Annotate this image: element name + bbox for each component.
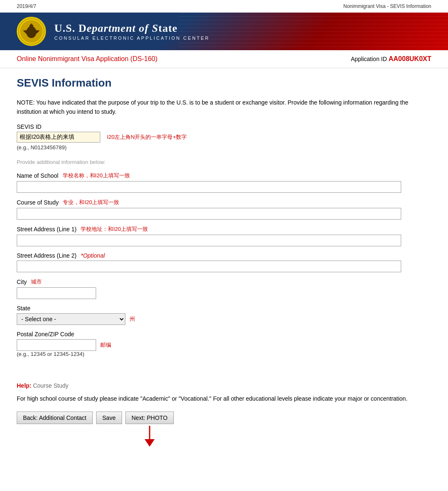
- street2-field: Street Address (Line 2) *Optional: [17, 252, 431, 272]
- page-title: SEVIS Information: [17, 77, 431, 90]
- street2-input[interactable]: [17, 261, 401, 272]
- sub-name: CONSULAR ELECTRONIC APPLICATION CENTER: [54, 36, 210, 41]
- next-button-arrow: [141, 426, 158, 448]
- eagle-logo: [17, 17, 46, 46]
- course-of-study-hint: 专业，和I20上填写一致: [63, 199, 119, 206]
- city-input[interactable]: [17, 287, 96, 299]
- street1-hint: 学校地址：和I20上填写一致: [81, 225, 148, 233]
- zip-field: Postal Zone/ZIP Code 邮编 (e.g., 12345 or …: [17, 331, 431, 357]
- note-text: NOTE: You have indicated that the purpos…: [17, 98, 431, 117]
- school-name-field: Name of School 学校名称，和I20上填写一致: [17, 172, 431, 193]
- sevis-id-example: (e.g., N0123456789): [17, 144, 431, 151]
- city-hint: 城市: [31, 278, 42, 286]
- school-name-hint: 学校名称，和I20上填写一致: [63, 172, 130, 179]
- street1-field: Street Address (Line 1) 学校地址：和I20上填写一致: [17, 225, 431, 246]
- zip-hint: 邮编: [100, 341, 111, 349]
- button-row: Back: Additional Contact Save Next: PHOT…: [17, 412, 431, 448]
- zip-input[interactable]: [17, 339, 96, 351]
- help-label: Help:: [17, 382, 31, 389]
- next-button[interactable]: Next: PHOTO: [125, 412, 174, 424]
- state-hint: 州: [130, 315, 135, 323]
- back-button[interactable]: Back: Additional Contact: [17, 412, 93, 424]
- state-field: State - Select one - Alabama Alaska Ariz…: [17, 305, 431, 325]
- school-name-label: Name of School: [17, 172, 59, 179]
- state-label: State: [17, 305, 31, 312]
- city-field: City 城市: [17, 278, 431, 299]
- app-id-container: Application ID AA008UK0XT: [351, 55, 431, 63]
- app-id-value: AA008UK0XT: [389, 55, 431, 62]
- app-title-link[interactable]: Online Nonimmigrant Visa Application (DS…: [17, 55, 158, 63]
- application-header: Online Nonimmigrant Visa Application (DS…: [0, 50, 448, 68]
- city-label: City: [17, 279, 27, 285]
- course-of-study-label: Course of Study: [17, 199, 59, 206]
- main-content: SEVIS Information NOTE: You have indicat…: [0, 68, 448, 465]
- additional-info-label: Provide additional information below:: [17, 159, 431, 165]
- header-text: U.S. Department of State CONSULAR ELECTR…: [54, 22, 210, 41]
- street2-label: Street Address (Line 2): [17, 252, 76, 259]
- page-title-bar: Nonimmigrant Visa - SEVIS Information: [343, 3, 431, 9]
- sevis-id-input[interactable]: [17, 132, 100, 143]
- help-body: For high school course of study please i…: [17, 394, 431, 403]
- sevis-id-section: SEVIS ID I20左上角N开头的一串字母+数字 (e.g., N01234…: [17, 123, 431, 151]
- help-section: Help: Course Study For high school cours…: [17, 382, 431, 403]
- header-banner: U.S. Department of State CONSULAR ELECTR…: [0, 13, 448, 50]
- help-topic-text: Course Study: [33, 382, 69, 389]
- course-of-study-field: Course of Study 专业，和I20上填写一致: [17, 199, 431, 220]
- zip-label: Postal Zone/ZIP Code: [17, 331, 74, 338]
- zip-example: (e.g., 12345 or 12345-1234): [17, 351, 431, 357]
- svg-marker-7: [145, 439, 155, 447]
- sevis-id-label: SEVIS ID: [17, 123, 41, 130]
- street2-optional: *Optional: [81, 252, 105, 259]
- state-select[interactable]: - Select one - Alabama Alaska Arizona Ca…: [17, 313, 125, 325]
- school-name-input[interactable]: [17, 181, 401, 193]
- save-button[interactable]: Save: [96, 412, 122, 424]
- app-id-label: Application ID: [351, 56, 387, 62]
- svg-point-5: [29, 24, 33, 28]
- date-label: 2019/4/7: [17, 3, 36, 9]
- street1-input[interactable]: [17, 235, 401, 246]
- sevis-id-hint: I20左上角N开头的一串字母+数字: [107, 133, 187, 141]
- course-of-study-input[interactable]: [17, 208, 401, 220]
- street1-label: Street Address (Line 1): [17, 226, 76, 233]
